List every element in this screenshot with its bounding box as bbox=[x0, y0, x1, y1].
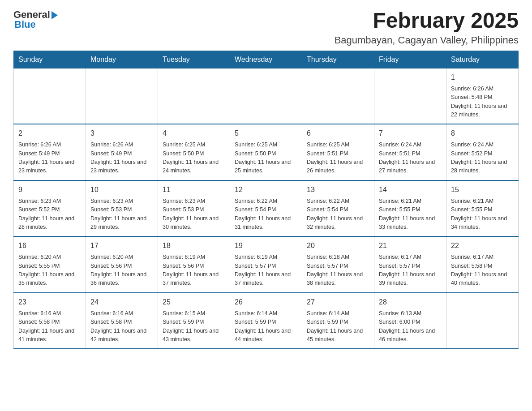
calendar-cell bbox=[158, 68, 230, 124]
calendar-cell: 16Sunrise: 6:20 AMSunset: 5:55 PMDayligh… bbox=[14, 236, 86, 293]
weekday-header-row: SundayMondayTuesdayWednesdayThursdayFrid… bbox=[14, 51, 519, 68]
page-title: February 2025 bbox=[335, 9, 519, 33]
day-number: 13 bbox=[307, 184, 369, 195]
day-info: Sunrise: 6:17 AMSunset: 5:57 PMDaylight:… bbox=[379, 253, 442, 288]
day-number: 5 bbox=[235, 128, 297, 139]
day-number: 11 bbox=[163, 184, 225, 195]
calendar-cell: 1Sunrise: 6:26 AMSunset: 5:48 PMDaylight… bbox=[446, 68, 519, 124]
day-info: Sunrise: 6:14 AMSunset: 5:59 PMDaylight:… bbox=[307, 309, 369, 344]
calendar-week-row: 1Sunrise: 6:26 AMSunset: 5:48 PMDaylight… bbox=[14, 68, 519, 124]
day-info: Sunrise: 6:21 AMSunset: 5:55 PMDaylight:… bbox=[451, 197, 514, 232]
day-info: Sunrise: 6:26 AMSunset: 5:49 PMDaylight:… bbox=[18, 141, 81, 176]
calendar-week-row: 23Sunrise: 6:16 AMSunset: 5:58 PMDayligh… bbox=[14, 293, 519, 349]
calendar-cell: 17Sunrise: 6:20 AMSunset: 5:56 PMDayligh… bbox=[86, 236, 158, 293]
day-number: 26 bbox=[235, 297, 297, 308]
day-number: 10 bbox=[90, 184, 153, 195]
calendar-cell: 18Sunrise: 6:19 AMSunset: 5:56 PMDayligh… bbox=[158, 236, 230, 293]
day-info: Sunrise: 6:19 AMSunset: 5:56 PMDaylight:… bbox=[163, 253, 225, 288]
calendar-cell: 11Sunrise: 6:23 AMSunset: 5:53 PMDayligh… bbox=[158, 180, 230, 237]
day-info: Sunrise: 6:20 AMSunset: 5:55 PMDaylight:… bbox=[18, 253, 81, 288]
page-header: General Blue February 2025 Bagumbayan, C… bbox=[13, 9, 519, 46]
day-info: Sunrise: 6:16 AMSunset: 5:58 PMDaylight:… bbox=[90, 309, 153, 344]
calendar-cell: 5Sunrise: 6:25 AMSunset: 5:50 PMDaylight… bbox=[230, 124, 302, 180]
calendar-week-row: 16Sunrise: 6:20 AMSunset: 5:55 PMDayligh… bbox=[14, 236, 519, 293]
calendar-cell bbox=[86, 68, 158, 124]
calendar-cell: 25Sunrise: 6:15 AMSunset: 5:59 PMDayligh… bbox=[158, 293, 230, 349]
calendar-cell: 23Sunrise: 6:16 AMSunset: 5:58 PMDayligh… bbox=[14, 293, 86, 349]
calendar-cell bbox=[230, 68, 302, 124]
day-info: Sunrise: 6:18 AMSunset: 5:57 PMDaylight:… bbox=[307, 253, 369, 288]
day-number: 21 bbox=[379, 240, 442, 251]
day-number: 20 bbox=[307, 240, 369, 251]
calendar-cell: 14Sunrise: 6:21 AMSunset: 5:55 PMDayligh… bbox=[374, 180, 446, 237]
calendar-cell: 10Sunrise: 6:23 AMSunset: 5:53 PMDayligh… bbox=[86, 180, 158, 237]
day-info: Sunrise: 6:24 AMSunset: 5:51 PMDaylight:… bbox=[379, 141, 442, 176]
calendar-cell: 20Sunrise: 6:18 AMSunset: 5:57 PMDayligh… bbox=[302, 236, 374, 293]
day-number: 24 bbox=[90, 297, 153, 308]
weekday-header-friday: Friday bbox=[374, 51, 446, 68]
calendar-cell bbox=[14, 68, 86, 124]
day-info: Sunrise: 6:25 AMSunset: 5:51 PMDaylight:… bbox=[307, 141, 369, 176]
calendar-cell: 21Sunrise: 6:17 AMSunset: 5:57 PMDayligh… bbox=[374, 236, 446, 293]
calendar-cell: 9Sunrise: 6:23 AMSunset: 5:52 PMDaylight… bbox=[14, 180, 86, 237]
calendar-cell bbox=[302, 68, 374, 124]
day-number: 18 bbox=[163, 240, 225, 251]
day-number: 25 bbox=[163, 297, 225, 308]
day-info: Sunrise: 6:26 AMSunset: 5:48 PMDaylight:… bbox=[451, 85, 514, 120]
calendar-cell: 6Sunrise: 6:25 AMSunset: 5:51 PMDaylight… bbox=[302, 124, 374, 180]
weekday-header-saturday: Saturday bbox=[446, 51, 519, 68]
calendar-cell: 7Sunrise: 6:24 AMSunset: 5:51 PMDaylight… bbox=[374, 124, 446, 180]
calendar-cell: 28Sunrise: 6:13 AMSunset: 6:00 PMDayligh… bbox=[374, 293, 446, 349]
calendar-cell: 22Sunrise: 6:17 AMSunset: 5:58 PMDayligh… bbox=[446, 236, 519, 293]
day-number: 15 bbox=[451, 184, 514, 195]
day-info: Sunrise: 6:21 AMSunset: 5:55 PMDaylight:… bbox=[379, 197, 442, 232]
logo-arrow-icon bbox=[51, 11, 58, 19]
calendar-week-row: 9Sunrise: 6:23 AMSunset: 5:52 PMDaylight… bbox=[14, 180, 519, 237]
day-info: Sunrise: 6:26 AMSunset: 5:49 PMDaylight:… bbox=[90, 141, 153, 176]
calendar-cell: 19Sunrise: 6:19 AMSunset: 5:57 PMDayligh… bbox=[230, 236, 302, 293]
day-info: Sunrise: 6:25 AMSunset: 5:50 PMDaylight:… bbox=[235, 141, 297, 176]
day-info: Sunrise: 6:25 AMSunset: 5:50 PMDaylight:… bbox=[163, 141, 225, 176]
calendar-cell: 15Sunrise: 6:21 AMSunset: 5:55 PMDayligh… bbox=[446, 180, 519, 237]
page-subtitle: Bagumbayan, Cagayan Valley, Philippines bbox=[335, 34, 519, 46]
day-info: Sunrise: 6:22 AMSunset: 5:54 PMDaylight:… bbox=[235, 197, 297, 232]
day-info: Sunrise: 6:17 AMSunset: 5:58 PMDaylight:… bbox=[451, 253, 514, 288]
weekday-header-tuesday: Tuesday bbox=[158, 51, 230, 68]
calendar-cell: 8Sunrise: 6:24 AMSunset: 5:52 PMDaylight… bbox=[446, 124, 519, 180]
day-number: 22 bbox=[451, 240, 514, 251]
day-info: Sunrise: 6:23 AMSunset: 5:53 PMDaylight:… bbox=[90, 197, 153, 232]
calendar-cell: 27Sunrise: 6:14 AMSunset: 5:59 PMDayligh… bbox=[302, 293, 374, 349]
day-number: 28 bbox=[379, 297, 442, 308]
logo-blue-text: Blue bbox=[13, 19, 36, 30]
day-info: Sunrise: 6:15 AMSunset: 5:59 PMDaylight:… bbox=[163, 309, 225, 344]
day-info: Sunrise: 6:16 AMSunset: 5:58 PMDaylight:… bbox=[18, 309, 81, 344]
day-number: 3 bbox=[90, 128, 153, 139]
day-number: 12 bbox=[235, 184, 297, 195]
day-info: Sunrise: 6:23 AMSunset: 5:52 PMDaylight:… bbox=[18, 197, 81, 232]
day-number: 19 bbox=[235, 240, 297, 251]
day-info: Sunrise: 6:24 AMSunset: 5:52 PMDaylight:… bbox=[451, 141, 514, 176]
title-block: February 2025 Bagumbayan, Cagayan Valley… bbox=[335, 9, 519, 46]
weekday-header-thursday: Thursday bbox=[302, 51, 374, 68]
day-number: 7 bbox=[379, 128, 442, 139]
day-number: 23 bbox=[18, 297, 81, 308]
calendar-table: SundayMondayTuesdayWednesdayThursdayFrid… bbox=[13, 51, 519, 350]
day-number: 9 bbox=[18, 184, 81, 195]
day-info: Sunrise: 6:22 AMSunset: 5:54 PMDaylight:… bbox=[307, 197, 369, 232]
weekday-header-sunday: Sunday bbox=[14, 51, 86, 68]
day-info: Sunrise: 6:14 AMSunset: 5:59 PMDaylight:… bbox=[235, 309, 297, 344]
day-info: Sunrise: 6:23 AMSunset: 5:53 PMDaylight:… bbox=[163, 197, 225, 232]
calendar-cell: 24Sunrise: 6:16 AMSunset: 5:58 PMDayligh… bbox=[86, 293, 158, 349]
day-info: Sunrise: 6:19 AMSunset: 5:57 PMDaylight:… bbox=[235, 253, 297, 288]
calendar-cell: 2Sunrise: 6:26 AMSunset: 5:49 PMDaylight… bbox=[14, 124, 86, 180]
day-number: 17 bbox=[90, 240, 153, 251]
day-number: 6 bbox=[307, 128, 369, 139]
day-number: 2 bbox=[18, 128, 81, 139]
day-number: 1 bbox=[451, 72, 514, 83]
calendar-cell bbox=[374, 68, 446, 124]
calendar-cell: 3Sunrise: 6:26 AMSunset: 5:49 PMDaylight… bbox=[86, 124, 158, 180]
day-number: 4 bbox=[163, 128, 225, 139]
day-number: 14 bbox=[379, 184, 442, 195]
calendar-week-row: 2Sunrise: 6:26 AMSunset: 5:49 PMDaylight… bbox=[14, 124, 519, 180]
day-info: Sunrise: 6:13 AMSunset: 6:00 PMDaylight:… bbox=[379, 309, 442, 344]
